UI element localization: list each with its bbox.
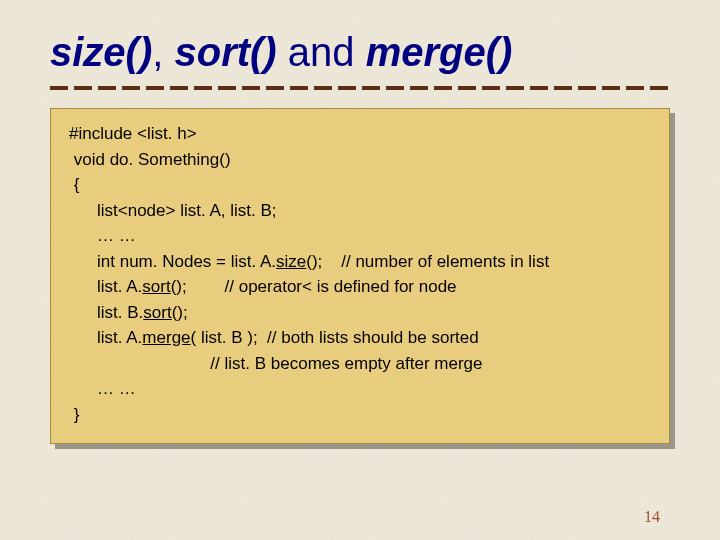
sort-call: sort — [142, 277, 170, 296]
title-merge: merge() — [366, 30, 513, 74]
code-line: #include <list. h> — [69, 121, 651, 147]
code-line: list<node> list. A, list. B; — [69, 198, 651, 224]
merge-call: merge — [142, 328, 190, 347]
title-sort: sort() — [174, 30, 276, 74]
title-comma: , — [152, 30, 174, 74]
code-line: … … — [69, 376, 651, 402]
code-box-content: #include <list. h> void do. Something() … — [50, 108, 670, 444]
code-line: list. A.sort(); // operator< is defined … — [69, 274, 651, 300]
sort-call: sort — [143, 303, 171, 322]
code-line: // list. B becomes empty after merge — [69, 351, 651, 377]
size-call: size — [276, 252, 306, 271]
code-line: } — [69, 402, 651, 428]
slide-title: size(), sort() and merge() — [0, 0, 720, 80]
code-line: int num. Nodes = list. A.size(); // numb… — [69, 249, 651, 275]
code-line: list. B.sort(); — [69, 300, 651, 326]
code-line: void do. Something() — [69, 147, 651, 173]
code-line: { — [69, 172, 651, 198]
page-number: 14 — [644, 508, 660, 526]
title-size: size() — [50, 30, 152, 74]
code-line: list. A.merge( list. B ); // both lists … — [69, 325, 651, 351]
title-and: and — [277, 30, 366, 74]
code-box: #include <list. h> void do. Something() … — [50, 108, 670, 444]
code-line: … … — [69, 223, 651, 249]
title-separator — [50, 86, 670, 90]
